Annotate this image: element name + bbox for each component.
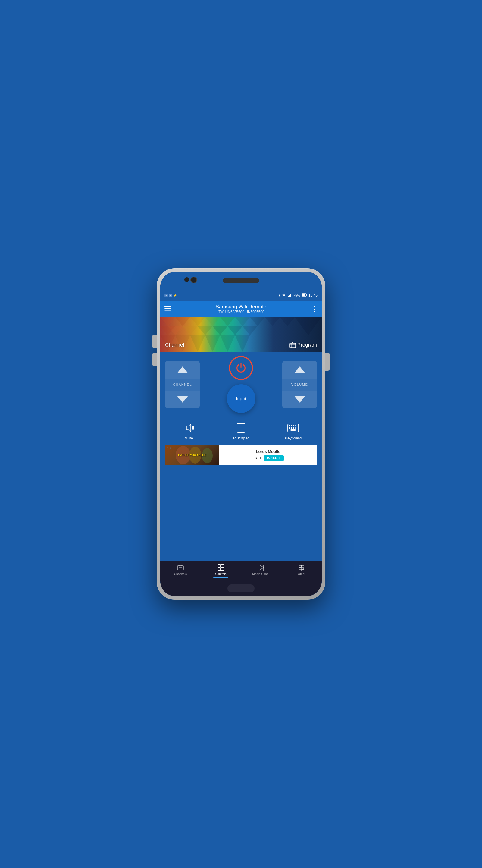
svg-rect-52 bbox=[178, 566, 184, 570]
svg-marker-17 bbox=[213, 326, 228, 335]
controls-nav-label: Controls bbox=[215, 572, 226, 576]
input-button[interactable]: Input bbox=[227, 384, 255, 413]
sim-icon: S bbox=[164, 294, 168, 297]
svg-marker-10 bbox=[175, 317, 190, 326]
svg-point-66 bbox=[301, 565, 302, 567]
touchpad-label: Touchpad bbox=[232, 436, 250, 440]
nav-item-controls[interactable]: Controls bbox=[212, 564, 230, 578]
svg-rect-4 bbox=[306, 294, 307, 296]
channel-down-button[interactable] bbox=[165, 391, 200, 408]
main-controls: CHANNEL Input bbox=[160, 352, 322, 417]
svg-rect-55 bbox=[221, 564, 224, 567]
status-bar: S S ⚡ ✶ bbox=[160, 290, 322, 301]
keyboard-icon bbox=[287, 422, 299, 434]
menu-button[interactable] bbox=[164, 306, 171, 312]
app-screen: S S ⚡ ✶ bbox=[160, 272, 322, 596]
svg-marker-22 bbox=[280, 317, 295, 326]
power-icon bbox=[235, 362, 247, 374]
power-button[interactable] bbox=[229, 356, 253, 380]
more-options-button[interactable]: ⋮ bbox=[311, 305, 318, 313]
other-nav-label: Other bbox=[298, 572, 305, 576]
other-icon bbox=[298, 564, 305, 571]
wifi-icon bbox=[282, 293, 286, 298]
channel-down-arrow bbox=[177, 396, 188, 403]
phone-screen: S S ⚡ ✶ bbox=[160, 272, 322, 596]
channel-label[interactable]: Channel bbox=[165, 342, 184, 348]
active-nav-indicator bbox=[213, 578, 228, 578]
svg-marker-12 bbox=[190, 317, 205, 326]
nav-item-channels[interactable]: Channels bbox=[171, 564, 190, 578]
svg-rect-0 bbox=[288, 296, 289, 297]
app-title-container: Samsung Wifi Remote [TV] UN50J5500 UN50J… bbox=[171, 304, 311, 314]
svg-rect-47 bbox=[295, 427, 296, 429]
svg-marker-18 bbox=[235, 317, 250, 326]
svg-marker-14 bbox=[205, 317, 220, 326]
svg-rect-5 bbox=[302, 294, 305, 296]
channel-up-arrow bbox=[177, 367, 188, 373]
front-camera bbox=[190, 277, 197, 283]
app-bar: Samsung Wifi Remote [TV] UN50J5500 UN50J… bbox=[160, 301, 322, 317]
mute-button[interactable]: Mute bbox=[178, 422, 199, 440]
program-label[interactable]: Program bbox=[289, 342, 317, 348]
svg-marker-20 bbox=[250, 317, 265, 326]
svg-rect-1 bbox=[289, 295, 290, 297]
home-button[interactable] bbox=[227, 584, 255, 592]
svg-marker-9 bbox=[160, 317, 175, 326]
svg-point-67 bbox=[299, 567, 301, 568]
volume-up-side-button bbox=[153, 335, 157, 348]
svg-rect-54 bbox=[218, 564, 221, 567]
bottom-navigation: Channels Controls bbox=[160, 561, 322, 581]
keyboard-button[interactable]: Keyboard bbox=[283, 422, 304, 440]
center-controls: Input bbox=[227, 356, 255, 413]
channels-icon bbox=[177, 564, 184, 571]
touchpad-icon bbox=[235, 422, 247, 434]
touchpad-button[interactable]: Touchpad bbox=[230, 422, 252, 440]
svg-marker-15 bbox=[198, 326, 213, 335]
nav-item-media[interactable]: Media Cont... bbox=[252, 564, 270, 578]
home-button-area bbox=[160, 581, 322, 596]
svg-marker-23 bbox=[295, 317, 322, 335]
app-title: Samsung Wifi Remote bbox=[171, 304, 311, 310]
bluetooth-icon: ✶ bbox=[278, 294, 281, 297]
app-subtitle: [TV] UN50J5500 UN50J5500 bbox=[171, 310, 311, 314]
status-left: S S ⚡ bbox=[164, 294, 177, 297]
ad-image: GATHER YOUR ALLIE bbox=[165, 445, 219, 465]
flash-icon: ⚡ bbox=[173, 294, 177, 297]
channels-nav-label: Channels bbox=[174, 572, 187, 576]
svg-rect-41 bbox=[291, 425, 292, 427]
status-right: ✶ bbox=[278, 293, 318, 298]
svg-marker-13 bbox=[183, 326, 198, 335]
svg-marker-31 bbox=[243, 326, 258, 335]
ad-banner-text: GATHER YOUR ALLIE bbox=[178, 454, 206, 457]
svg-marker-19 bbox=[227, 326, 243, 335]
mute-icon bbox=[183, 422, 195, 434]
svg-rect-57 bbox=[221, 568, 224, 570]
ad-install-button[interactable]: INSTALL bbox=[264, 456, 284, 461]
phone-speaker bbox=[223, 278, 259, 283]
bottom-controls: Mute Touchpad bbox=[160, 417, 322, 445]
svg-rect-32 bbox=[289, 343, 295, 347]
ad-banner[interactable]: GATHER YOUR ALLIE ✕ ▶ Lords Mobile FREE … bbox=[165, 445, 317, 465]
network-icon: S bbox=[169, 294, 172, 297]
phone-frame: S S ⚡ ✶ bbox=[157, 268, 325, 600]
channel-control: CHANNEL bbox=[165, 361, 200, 408]
channel-up-button[interactable] bbox=[165, 361, 200, 378]
svg-rect-40 bbox=[289, 425, 290, 427]
svg-rect-7 bbox=[164, 308, 171, 309]
mute-label: Mute bbox=[184, 436, 193, 440]
hero-banner: Channel Program bbox=[160, 317, 322, 352]
volume-control: VOLUME bbox=[282, 361, 317, 408]
svg-rect-45 bbox=[291, 427, 292, 429]
signal-icon bbox=[288, 293, 292, 298]
nav-item-other[interactable]: Other bbox=[292, 564, 311, 578]
ad-cta: FREE INSTALL bbox=[252, 456, 284, 461]
svg-marker-16 bbox=[220, 317, 235, 326]
volume-up-button[interactable] bbox=[282, 361, 317, 378]
ad-close-button[interactable]: ✕ ▶ bbox=[166, 446, 172, 450]
svg-rect-37 bbox=[237, 424, 245, 433]
volume-down-button[interactable] bbox=[282, 391, 317, 408]
volume-label: VOLUME bbox=[291, 378, 308, 391]
volume-up-arrow bbox=[294, 367, 305, 373]
ad-free-label: FREE bbox=[252, 456, 262, 460]
svg-marker-21 bbox=[265, 317, 280, 326]
